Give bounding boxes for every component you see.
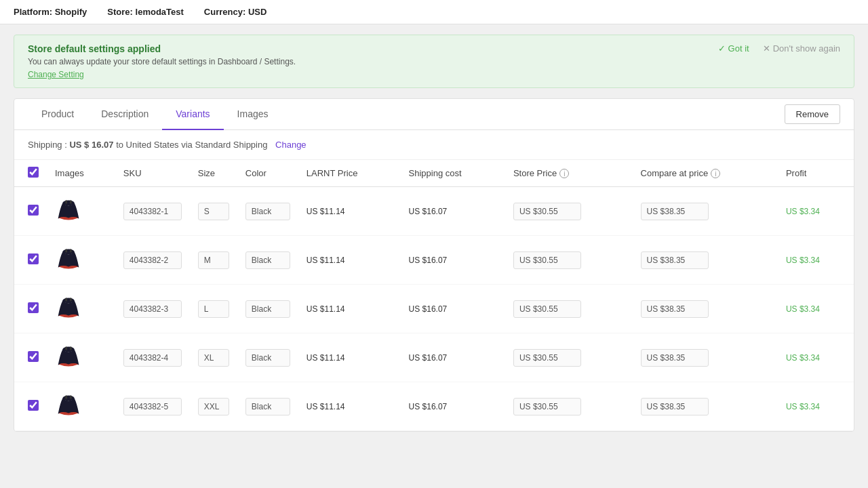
- header-compare-price: Compare at price i: [633, 160, 778, 187]
- row-image-cell: [47, 236, 115, 285]
- row-checkbox-1[interactable]: [28, 205, 39, 216]
- row-compare-price-cell: [633, 333, 778, 382]
- compare-price-input-2[interactable]: [641, 251, 709, 269]
- row-checkbox-cell: [14, 187, 47, 236]
- store-price-info-icon[interactable]: i: [559, 169, 569, 178]
- main-card: Product Description Variants Images Remo…: [14, 98, 854, 432]
- row-store-price-cell: [505, 333, 633, 382]
- shipping-cost-value-4: US $16.07: [409, 353, 448, 363]
- store-price-input-3[interactable]: [513, 300, 581, 318]
- larnt-price-value-1: US $11.14: [307, 207, 345, 216]
- table-row: US $11.14 US $16.07 US $3.34: [14, 333, 854, 382]
- size-input-5[interactable]: [198, 398, 229, 415]
- table-row: US $11.14 US $16.07 US $3.34: [14, 285, 854, 333]
- sku-input-3[interactable]: [123, 300, 182, 318]
- store-price-input-2[interactable]: [513, 251, 581, 269]
- header-shipping-cost: Shipping cost: [401, 160, 505, 187]
- row-larnt-price-cell: US $11.14: [298, 431, 401, 432]
- shipping-cost-value-5: US $16.07: [409, 402, 448, 411]
- larnt-price-value-5: US $11.14: [307, 402, 345, 411]
- size-input-3[interactable]: [198, 300, 229, 318]
- sku-input-5[interactable]: [123, 398, 182, 415]
- row-checkbox-3[interactable]: [28, 302, 39, 313]
- header-larnt-price: LARNT Price: [298, 160, 401, 187]
- dont-show-again-button[interactable]: ✕ Don't show again: [763, 43, 840, 54]
- svg-rect-8: [70, 298, 72, 302]
- store-value: lemodaTest: [136, 7, 184, 17]
- compare-price-input-5[interactable]: [641, 398, 709, 415]
- row-sku-cell: [115, 333, 190, 382]
- shipping-amount: US $ 16.07: [69, 140, 113, 150]
- color-input-5[interactable]: [245, 398, 290, 415]
- default-settings-banner: Store default settings applied You can a…: [14, 35, 854, 88]
- profit-value-1: US $3.34: [786, 207, 820, 216]
- color-input-1[interactable]: [245, 203, 290, 220]
- store-price-input-1[interactable]: [513, 203, 581, 220]
- sku-input-2[interactable]: [123, 251, 182, 269]
- svg-rect-5: [70, 249, 72, 253]
- row-shipping-cost-cell: US $16.07: [401, 285, 505, 333]
- compare-price-info-icon[interactable]: i: [711, 169, 720, 178]
- row-store-price-cell: [505, 285, 633, 333]
- row-checkbox-5[interactable]: [28, 400, 39, 411]
- store-price-input-5[interactable]: [513, 398, 581, 415]
- size-input-4[interactable]: [198, 349, 229, 367]
- row-image-cell: [47, 382, 115, 431]
- variants-table: Images SKU Size Color LARNT Price Shippi…: [14, 160, 854, 431]
- profit-value-4: US $3.34: [786, 353, 820, 363]
- row-store-price-cell: [505, 236, 633, 285]
- currency-value: USD: [248, 7, 267, 17]
- row-checkbox-2[interactable]: [28, 253, 39, 264]
- compare-price-input-1[interactable]: [641, 203, 709, 220]
- color-input-4[interactable]: [245, 349, 290, 367]
- row-sku-cell: [115, 236, 190, 285]
- row-checkbox-cell: [14, 382, 47, 431]
- row-sku-cell: [115, 431, 190, 432]
- tab-variants[interactable]: Variants: [162, 99, 223, 130]
- change-setting-link[interactable]: Change Setting: [28, 70, 84, 79]
- row-color-cell: [237, 187, 298, 236]
- row-sku-cell: [115, 187, 190, 236]
- row-larnt-price-cell: US $11.14: [298, 285, 401, 333]
- remove-button[interactable]: Remove: [785, 104, 840, 124]
- row-image-cell: [47, 431, 115, 432]
- row-larnt-price-cell: US $11.14: [298, 333, 401, 382]
- size-input-2[interactable]: [198, 251, 229, 269]
- select-all-checkbox[interactable]: [28, 167, 39, 178]
- svg-rect-13: [65, 396, 67, 399]
- currency-info: Currency: USD: [204, 7, 267, 17]
- profit-value-5: US $3.34: [786, 402, 820, 411]
- sku-input-1[interactable]: [123, 203, 182, 220]
- row-shipping-cost-cell: US $16.07: [401, 187, 505, 236]
- tab-bar: Product Description Variants Images Remo…: [14, 99, 854, 130]
- tab-images[interactable]: Images: [224, 99, 282, 130]
- profit-value-2: US $3.34: [786, 256, 820, 265]
- row-checkbox-cell: [14, 333, 47, 382]
- row-compare-price-cell: [633, 382, 778, 431]
- row-store-price-cell: [505, 382, 633, 431]
- header-store-price: Store Price i: [505, 160, 633, 187]
- row-checkbox-4[interactable]: [28, 351, 39, 362]
- store-label: Store:: [107, 7, 133, 17]
- row-sku-cell: [115, 285, 190, 333]
- dismiss-x-icon: ✕: [763, 43, 770, 54]
- color-input-2[interactable]: [245, 251, 290, 269]
- tab-description[interactable]: Description: [87, 99, 162, 130]
- compare-price-input-4[interactable]: [641, 349, 709, 367]
- got-it-button[interactable]: ✓ Got it: [718, 43, 749, 54]
- svg-rect-14: [70, 396, 72, 399]
- row-size-cell: [190, 187, 237, 236]
- sku-input-4[interactable]: [123, 349, 182, 367]
- size-input-1[interactable]: [198, 203, 229, 220]
- row-image-cell: [47, 285, 115, 333]
- color-input-3[interactable]: [245, 300, 290, 318]
- banner-title: Store default settings applied: [28, 43, 296, 54]
- compare-price-input-3[interactable]: [641, 300, 709, 318]
- row-image-cell: [47, 333, 115, 382]
- header-size: Size: [190, 160, 237, 187]
- tab-product[interactable]: Product: [28, 99, 87, 130]
- store-price-input-4[interactable]: [513, 349, 581, 367]
- shipping-change-link[interactable]: Change: [275, 140, 307, 150]
- variants-table-container: Images SKU Size Color LARNT Price Shippi…: [14, 160, 854, 431]
- row-larnt-price-cell: US $11.14: [298, 187, 401, 236]
